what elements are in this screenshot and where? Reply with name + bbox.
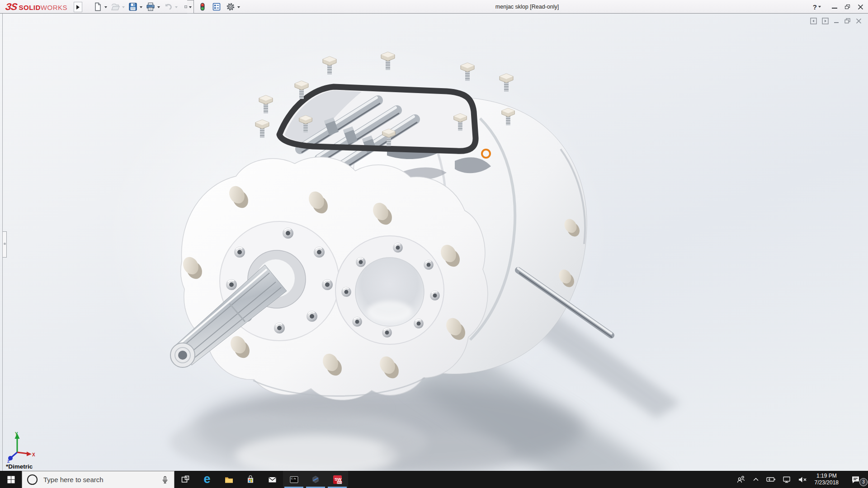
- minimize-button[interactable]: [832, 8, 837, 9]
- tray-overflow-button[interactable]: [749, 471, 763, 488]
- flyout-arrow-icon: [76, 5, 80, 9]
- new-document-icon: [93, 2, 103, 12]
- doc-minimize-button[interactable]: [834, 18, 840, 24]
- people-button[interactable]: [733, 471, 749, 488]
- save-caret[interactable]: [140, 6, 142, 9]
- clock-date: 7/23/2018: [815, 479, 839, 486]
- print-caret[interactable]: [157, 6, 160, 9]
- edge-icon: e: [203, 473, 210, 485]
- battery-button[interactable]: [763, 471, 779, 488]
- save-icon: [128, 2, 138, 12]
- solidworks-logo-bold: SOLID: [19, 4, 41, 11]
- network-icon: [782, 475, 791, 483]
- help-icon: ?: [813, 3, 817, 11]
- gear-icon: [226, 2, 236, 12]
- speaker-muted-icon: [797, 476, 807, 483]
- search-input[interactable]: [42, 475, 156, 484]
- restore-button[interactable]: [845, 5, 850, 9]
- open-icon: [110, 2, 120, 12]
- windows-taskbar: e: [0, 471, 868, 488]
- selection-highlight-ring: [481, 149, 491, 159]
- pane-left-icon[interactable]: [810, 18, 817, 24]
- store-button[interactable]: [240, 471, 261, 488]
- open-button[interactable]: [110, 2, 120, 12]
- graphics-viewport[interactable]: Y X Z *Dimetric: [0, 14, 868, 471]
- document-title: menjac sklop [Read-only]: [495, 4, 559, 10]
- display-settings-button[interactable]: [212, 2, 222, 12]
- bolt-circle-right: [335, 236, 444, 344]
- options-caret[interactable]: [237, 6, 240, 9]
- view-orientation-label: *Dimetric: [6, 463, 33, 470]
- triad-x-label: X: [32, 452, 35, 457]
- undo-icon: [163, 2, 173, 12]
- file-explorer-button[interactable]: [218, 471, 240, 488]
- windows-logo-icon: [7, 476, 15, 483]
- clock-time: 1:19 PM: [816, 473, 837, 479]
- save-button[interactable]: [128, 2, 138, 12]
- command-prompt-icon: C:\: [289, 475, 299, 484]
- rebuild-traffic-light-icon: [198, 2, 208, 12]
- solidworks-logo-glyph: ЗS: [5, 1, 18, 12]
- gearbox-model[interactable]: [0, 14, 868, 471]
- command-prompt-button[interactable]: C:\: [283, 471, 305, 488]
- doc-close-button[interactable]: [856, 18, 862, 24]
- solidworks-2017-icon: SW 2017: [332, 474, 343, 485]
- chevron-up-icon: [752, 476, 760, 483]
- edge-button[interactable]: e: [196, 471, 218, 488]
- triad-y-label: Y: [15, 432, 18, 436]
- close-button[interactable]: [858, 4, 863, 10]
- menu-flyout-button[interactable]: [74, 2, 82, 12]
- clock[interactable]: 1:19 PM 7/23/2018: [811, 471, 843, 488]
- mail-button[interactable]: [261, 471, 283, 488]
- taskbar-search-box[interactable]: [22, 471, 175, 488]
- help-button[interactable]: ?: [813, 3, 824, 11]
- doc-restore-button[interactable]: [844, 18, 851, 24]
- microphone-icon[interactable]: [161, 476, 169, 484]
- action-center-button[interactable]: 3: [843, 471, 868, 488]
- document-window-controls: [810, 18, 862, 24]
- store-icon: [246, 475, 255, 484]
- open-caret: [122, 6, 125, 9]
- triad-z-label: Z: [7, 459, 10, 463]
- hexagon-app-button[interactable]: [305, 471, 326, 488]
- action-center-icon: [851, 475, 860, 484]
- pane-right-icon[interactable]: [822, 18, 829, 24]
- solidworks-logo-light: WORKS: [41, 4, 67, 11]
- display-settings-icon: [212, 2, 222, 12]
- system-tray: 1:19 PM 7/23/2018 3: [733, 471, 868, 488]
- new-document-button[interactable]: [93, 2, 103, 12]
- select-tool-caret[interactable]: [187, 0, 194, 14]
- solidworks-2017-button[interactable]: SW 2017: [326, 471, 348, 488]
- task-view-icon: [181, 475, 190, 484]
- titlebar: ЗS SOLID WORKS: [0, 0, 868, 14]
- help-caret[interactable]: [818, 6, 821, 9]
- undo-button: [163, 2, 173, 12]
- mail-icon: [268, 475, 277, 484]
- notification-badge: 3: [859, 478, 868, 486]
- rebuild-button[interactable]: [198, 2, 208, 12]
- feature-manager-collapsed-tab[interactable]: [3, 231, 7, 258]
- task-view-button[interactable]: [175, 471, 196, 488]
- hexagon-app-icon: [311, 474, 321, 484]
- print-icon: [146, 2, 156, 12]
- window-controls: ?: [813, 0, 863, 14]
- solidworks-window: ЗS SOLID WORKS: [0, 0, 868, 488]
- orientation-triad: Y X Z: [5, 431, 35, 463]
- battery-charging-icon: [766, 476, 776, 483]
- people-icon: [736, 475, 746, 484]
- cover-plate: [180, 157, 487, 400]
- network-button[interactable]: [779, 471, 794, 488]
- solidworks-logo: ЗS SOLID WORKS: [5, 1, 67, 12]
- undo-caret: [175, 6, 178, 9]
- file-explorer-icon: [224, 475, 234, 484]
- new-document-caret[interactable]: [104, 6, 107, 9]
- cortana-icon: [27, 474, 38, 485]
- volume-button[interactable]: [794, 471, 811, 488]
- panel-tab-dot-icon: [4, 243, 6, 245]
- quick-access-toolbar: [93, 0, 243, 14]
- print-button[interactable]: [146, 2, 156, 12]
- sw-year-label: 2017: [337, 481, 343, 483]
- options-button[interactable]: [226, 2, 236, 12]
- start-button[interactable]: [0, 471, 22, 488]
